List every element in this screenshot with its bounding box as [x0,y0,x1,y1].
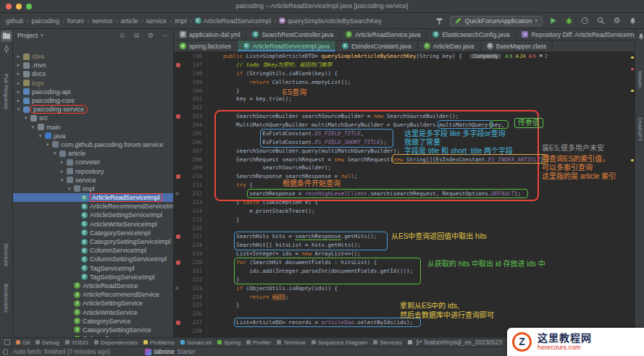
tool-window-button-debug[interactable]: Debug [35,339,59,346]
tree-item-articlewriteservice[interactable]: IArticleWriteService [13,308,173,316]
run-configuration-select[interactable]: QuickForumApplication ▾ [450,16,543,26]
issue-marker-icon[interactable] [176,114,180,119]
expand-arrow-icon[interactable]: ▾ [30,124,35,130]
tree-item-articlesettingserviceimpl[interactable]: CArticleSettingServiceImpl [13,211,173,219]
expand-arrow-icon[interactable]: ▸ [59,159,64,165]
editor-tab-spring-factories[interactable]: sspring.factories [174,41,238,51]
expand-arrow-icon[interactable]: ▸ [16,71,21,77]
breadcrumb-item-github-0[interactable]: github [6,17,24,25]
tree-item-articlewriteserviceimpl[interactable]: CArticleWriteServiceImpl [13,220,173,229]
tool-window-button-services[interactable]: Services [373,339,402,346]
editor-tab-esindexconstant-java[interactable]: CEsIndexConstant.java [336,41,418,51]
tree-item-main[interactable]: ▾main [13,123,173,132]
tree-item-article[interactable]: ▾article [13,149,173,158]
tree-item-categorysettingservice[interactable]: ICategorySettingService [13,326,173,334]
notifications-bell-icon[interactable] [627,15,638,26]
tree-item-categoryservice[interactable]: ICategoryService [13,317,173,326]
expand-arrow-icon[interactable]: ▸ [16,80,21,86]
tree-item-idea[interactable]: ▸idea [13,52,173,61]
debug-button[interactable] [564,15,574,26]
breadcrumb-item-impl-6[interactable]: impl [175,17,187,25]
minimize-window-icon[interactable] [16,4,22,9]
project-view-select[interactable]: Project [17,32,38,39]
suppress-marker-icon[interactable]: ⊘ [175,190,179,198]
close-window-icon[interactable] [6,4,12,9]
editor-tab-repository-diff-articlereadserviceimpl-java[interactable]: ±Repository Diff: ArticleReadServiceImpl… [516,29,635,40]
suppress-marker-icon[interactable]: ⊘ [175,284,179,293]
code-editor[interactable]: 1961971981992002012022032042052062072082… [174,52,635,337]
editor-tab-articlereadserviceimpl-java[interactable]: CArticleReadServiceImpl.java [238,41,336,51]
tree-item-java[interactable]: ▾java [13,132,173,140]
locate-file-icon[interactable]: ⊙ [120,32,125,39]
editor-tab-application-dal-yml[interactable]: ≡application-dal.yml [174,29,246,40]
issue-marker-icon[interactable] [176,260,180,265]
expand-arrow-icon[interactable]: ▸ [16,54,21,59]
tree-item-service[interactable]: ▾service [13,176,173,185]
breadcrumb-item-forum-2[interactable]: forum [67,17,84,25]
tree-item-columnsettingserviceimpl[interactable]: CColumnSettingServiceImpl [13,255,173,263]
editor-tab-searchrestcontroller-java[interactable]: CSearchRestController.java [246,29,340,40]
hide-panel-icon[interactable]: — [162,32,169,39]
expand-arrow-icon[interactable]: ▾ [38,133,43,139]
run-button[interactable] [548,15,559,26]
tree-item-mvn[interactable]: ▸.mvn [13,61,173,69]
error-stripe-mark-icon[interactable] [631,90,634,92]
tool-window-button-profiler[interactable]: Profiler [246,339,271,346]
expand-arrow-icon[interactable]: ▾ [45,142,50,148]
search-everywhere-icon[interactable] [595,15,606,26]
tree-item-tagsettingserviceimpl[interactable]: CTagSettingServiceImpl [13,273,173,281]
complexity-chip[interactable]: Complexity [469,54,502,59]
tree-item-tagserviceimpl[interactable]: CTagServiceImpl [13,264,173,273]
tool-window-button-terminal[interactable]: Terminal [277,339,305,346]
tool-window-button-sonarlint[interactable]: SonarLint [180,339,212,346]
expand-arrow-icon[interactable]: ▸ [16,98,21,103]
commit-tool-icon[interactable] [1,43,12,55]
tool-window-button-dependencies[interactable]: Dependencies [94,339,138,346]
issue-marker-icon[interactable] [176,321,180,325]
maven-tool[interactable]: Maven [637,71,643,88]
editor-tab-elasticsearchconfig-java[interactable]: CElasticsearchConfig.java [427,29,516,40]
tree-item-com-github-paicoding-forum-service[interactable]: ▾com.github.paicoding.forum.service [13,140,173,149]
expand-arrow-icon[interactable]: ▸ [16,89,21,95]
tool-window-button-todo[interactable]: TODO [65,339,88,346]
tree-item-conveter[interactable]: ▸conveter [13,158,173,166]
tool-window-button-sequence-diagram[interactable]: Sequence Diagram [311,339,367,346]
breadcrumb-item-service-5[interactable]: service [146,17,167,25]
collapse-all-icon[interactable]: ⊟ [133,32,139,39]
tree-item-logs[interactable]: ▸logs [13,79,173,88]
tree-item-articlerecommendservice[interactable]: IArticleRecommendService [13,290,173,299]
expand-arrow-icon[interactable]: ▾ [16,106,21,112]
issue-marker-icon[interactable] [176,174,180,179]
structure-tool[interactable]: Structure [3,243,9,266]
editor-tab-basemapper-class[interactable]: CBaseMapper.class [481,41,553,51]
editor-tab-articledao-java[interactable]: IArticleDao.java [418,41,481,51]
tree-item-repository[interactable]: ▸repository [13,166,173,175]
tool-window-switcher-icon[interactable] [4,339,10,345]
expand-arrow-icon[interactable]: ▾ [23,115,28,121]
error-stripe-mark-icon[interactable] [631,56,634,59]
project-tool-icon[interactable] [1,30,12,42]
issue-marker-icon[interactable] [176,234,180,239]
quick-access-icon[interactable] [3,349,8,355]
breadcrumb-item-articlereadserviceimpl-7[interactable]: CArticleReadServiceImpl [195,17,272,25]
tree-item-articlereadserviceimpl[interactable]: CArticleReadServiceImpl [13,193,173,202]
editor-tab-articlereadservice-java[interactable]: IArticleReadService.java [340,29,427,40]
panel-settings-gear-icon[interactable]: ⚙ [148,32,154,39]
bookmarks-tool[interactable]: Bookmarks [3,284,9,313]
tree-item-paicoding-service[interactable]: ▾paicoding-service [13,105,173,114]
expand-arrow-icon[interactable]: ▸ [16,62,21,68]
tree-item-categoryserviceimpl[interactable]: CCategoryServiceImpl [13,229,173,237]
tabnine-widget[interactable]: tabnine Starter [145,348,196,355]
settings-gear-icon[interactable]: ⚙ [611,15,622,26]
tree-item-src[interactable]: ▾src [13,114,173,122]
tree-item-impl[interactable]: ▾impl [13,185,173,193]
tree-item-articlerecommendserviceimpl[interactable]: CArticleRecommendServiceImpl [13,202,173,211]
tree-item-articlereadservice[interactable]: IArticleReadService [13,281,173,290]
tree-item-paicoding-api[interactable]: ▸paicoding-api [13,88,173,96]
build-hammer-icon[interactable] [434,15,445,26]
expand-arrow-icon[interactable]: ▾ [59,177,64,183]
profiler-button[interactable] [580,15,590,26]
error-stripe-mark-icon[interactable] [631,68,634,70]
tree-item-paicoding-core[interactable]: ▸paicoding-core [13,96,173,105]
breadcrumb-item-paicoding-1[interactable]: paicoding [32,17,60,25]
